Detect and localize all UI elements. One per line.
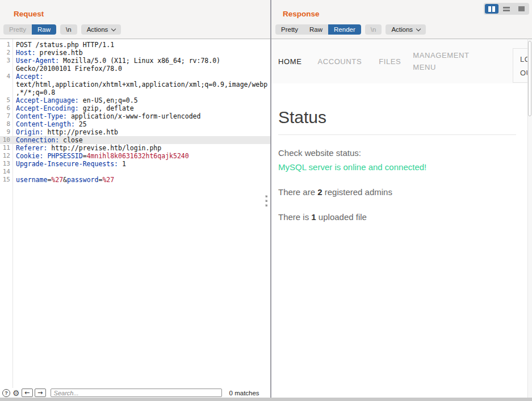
request-line: 1POST /status.php HTTP/1.1 bbox=[0, 41, 270, 49]
burp-message-viewer: Request Pretty Raw \n Actions 1POST /sta… bbox=[0, 0, 532, 401]
admins-count: 2 bbox=[317, 187, 322, 197]
arrow-left-icon: ← bbox=[24, 389, 30, 396]
request-line: 9Origin: http://previse.htb bbox=[0, 128, 270, 136]
response-panel: Response Pretty Raw Render \n Actions HO… bbox=[271, 0, 532, 398]
request-line: 12Cookie: PHPSESSID=4mnihl8k0631632ht6qa… bbox=[0, 152, 270, 160]
request-line: 2Host: previse.htb bbox=[0, 49, 270, 57]
line-number: 6 bbox=[0, 104, 12, 112]
files-count-line: There is 1 uploaded file bbox=[278, 212, 521, 223]
request-line: 8Content-Length: 25 bbox=[0, 120, 270, 128]
search-match-count: 0 matches bbox=[229, 390, 259, 396]
request-line: 10Connection: close bbox=[0, 136, 270, 144]
request-line: 3User-Agent: Mozilla/5.0 (X11; Linux x86… bbox=[0, 57, 270, 73]
mysql-status-message: MySQL server is online and connected! bbox=[278, 162, 521, 173]
request-title: Request bbox=[14, 10, 44, 18]
request-line: 6Accept-Encoding: gzip, deflate bbox=[0, 104, 270, 112]
line-number: 10 bbox=[0, 136, 12, 144]
nav-item-management-menu[interactable]: MANAGEMENT MENU bbox=[413, 49, 473, 73]
response-panel-header: Response Pretty Raw Render \n Actions bbox=[271, 0, 532, 39]
logout-button[interactable]: LOG OUT bbox=[513, 48, 527, 83]
tab-pretty[interactable]: Pretty bbox=[3, 24, 32, 35]
line-number: 7 bbox=[0, 112, 12, 120]
toggle-newline-button[interactable]: \n bbox=[365, 24, 382, 35]
toggle-newline-button[interactable]: \n bbox=[60, 24, 77, 35]
chevron-down-icon bbox=[111, 27, 116, 31]
response-view-tabs: Pretty Raw Render bbox=[275, 24, 361, 35]
line-number: 1 bbox=[0, 41, 12, 49]
render-scrollbar[interactable] bbox=[527, 39, 532, 398]
request-editor-lines: 1POST /status.php HTTP/1.12Host: previse… bbox=[0, 41, 270, 184]
response-render-view: HOMEACCOUNTSFILESMANAGEMENT MENU LOG OUT… bbox=[271, 39, 527, 398]
tab-raw[interactable]: Raw bbox=[304, 24, 328, 35]
line-number: 5 bbox=[0, 96, 12, 104]
actions-menu-button[interactable]: Actions bbox=[81, 24, 122, 35]
request-editor[interactable]: 1POST /status.php HTTP/1.12Host: previse… bbox=[0, 39, 270, 388]
tab-raw[interactable]: Raw bbox=[32, 24, 56, 35]
check-status-label: Check website status: bbox=[278, 147, 521, 159]
line-number: 13 bbox=[0, 160, 12, 168]
request-panel-header: Request Pretty Raw \n Actions bbox=[0, 0, 270, 39]
search-prev-button[interactable]: ← bbox=[22, 389, 33, 397]
help-icon[interactable]: ? bbox=[2, 389, 10, 397]
render-scrollbar-thumb[interactable] bbox=[528, 41, 531, 116]
request-line: 15username=%27&password=%27 bbox=[0, 176, 270, 184]
horizontal-scrollbar[interactable] bbox=[0, 398, 532, 401]
line-number: 14 bbox=[0, 168, 12, 176]
actions-menu-button[interactable]: Actions bbox=[386, 24, 426, 35]
response-title: Response bbox=[283, 10, 320, 18]
site-navbar: HOMEACCOUNTSFILESMANAGEMENT MENU LOG OUT bbox=[271, 39, 527, 83]
line-number: 2 bbox=[0, 49, 12, 57]
request-line: 4Accept: text/html,application/xhtml+xml… bbox=[0, 73, 270, 96]
line-number: 11 bbox=[0, 144, 12, 152]
request-view-tabs: Pretty Raw bbox=[3, 24, 56, 35]
tab-render[interactable]: Render bbox=[328, 24, 361, 35]
request-line: 5Accept-Language: en-US,en;q=0.5 bbox=[0, 96, 270, 104]
layout-toggle-group bbox=[484, 3, 529, 15]
line-number: 8 bbox=[0, 120, 12, 128]
tab-pretty[interactable]: Pretty bbox=[275, 24, 304, 35]
line-number: 3 bbox=[0, 57, 12, 73]
page-title: Status bbox=[278, 108, 521, 126]
search-next-button[interactable]: → bbox=[35, 389, 46, 397]
line-number: 12 bbox=[0, 152, 12, 160]
page-content: Status Check website status: MySQL serve… bbox=[271, 83, 527, 223]
heading-divider bbox=[278, 134, 516, 135]
nav-item-home[interactable]: HOME bbox=[278, 57, 301, 66]
gear-icon[interactable]: ⚙ bbox=[12, 389, 20, 397]
request-search-bar: ? ⚙ ← → 0 matches bbox=[0, 388, 270, 398]
search-input[interactable] bbox=[51, 389, 222, 397]
request-line: 11Referer: http://previse.htb/login.php bbox=[0, 144, 270, 152]
chevron-down-icon bbox=[416, 27, 421, 31]
line-number: 4 bbox=[0, 73, 12, 96]
request-line: 7Content-Type: application/x-www-form-ur… bbox=[0, 112, 270, 120]
divider-drag-handle[interactable] bbox=[265, 195, 267, 206]
nav-item-accounts[interactable]: ACCOUNTS bbox=[317, 57, 362, 66]
split-rows-layout-icon[interactable] bbox=[500, 4, 513, 14]
admins-count-line: There are 2 registered admins bbox=[278, 187, 521, 198]
single-pane-layout-icon[interactable] bbox=[514, 4, 528, 14]
gutter-separator bbox=[12, 39, 13, 388]
split-columns-layout-icon[interactable] bbox=[485, 4, 499, 14]
files-count: 1 bbox=[311, 212, 316, 222]
arrow-right-icon: → bbox=[37, 389, 43, 396]
line-number: 9 bbox=[0, 128, 12, 136]
request-panel: Request Pretty Raw \n Actions 1POST /sta… bbox=[0, 0, 270, 398]
request-line: 14 bbox=[0, 168, 270, 176]
line-number: 15 bbox=[0, 176, 12, 184]
nav-item-files[interactable]: FILES bbox=[379, 57, 401, 66]
request-line: 13Upgrade-Insecure-Requests: 1 bbox=[0, 160, 270, 168]
